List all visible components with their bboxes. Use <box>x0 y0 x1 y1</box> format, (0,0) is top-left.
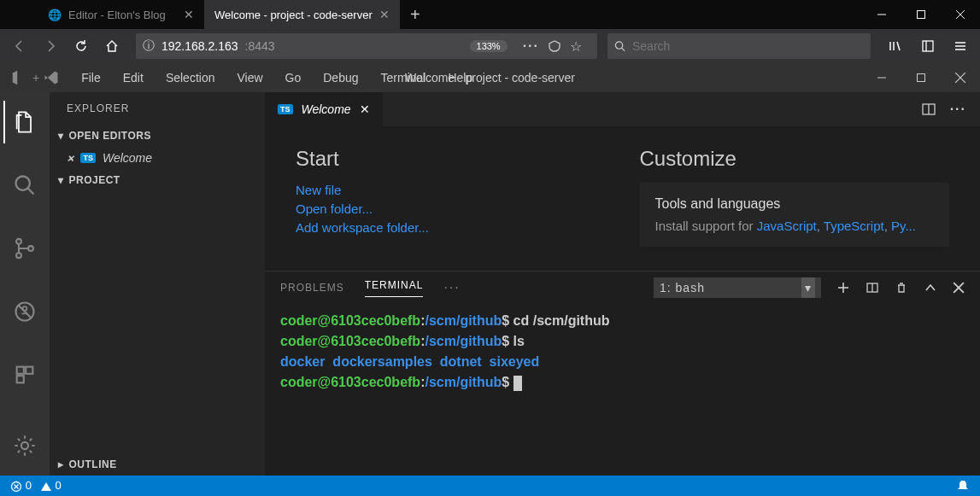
menu-selection[interactable]: Selection <box>155 63 226 92</box>
more-panels-icon[interactable]: ··· <box>443 280 460 295</box>
new-tab-button[interactable]: + <box>400 0 431 29</box>
browser-tab[interactable]: Welcome - project - code-server ✕ <box>204 0 400 29</box>
settings-activity-button[interactable] <box>3 424 46 467</box>
zoom-badge[interactable]: 133% <box>470 40 508 52</box>
svg-line-5 <box>622 48 625 50</box>
debug-activity-button[interactable] <box>3 290 46 333</box>
svg-point-25 <box>23 306 27 311</box>
terminal-tab[interactable]: TERMINAL <box>365 279 424 297</box>
app-maximize-button[interactable] <box>901 72 941 84</box>
library-button[interactable] <box>883 33 908 59</box>
browser-tab-strip: 🌐 Editor - Elton's Blog ✕ Welcome - proj… <box>0 0 980 29</box>
project-section[interactable]: ▾ PROJECT <box>50 169 265 191</box>
search-activity-button[interactable] <box>3 164 46 207</box>
url-host: 192.168.2.163 <box>161 39 238 53</box>
tab-title: Welcome - project - code-server <box>214 9 373 21</box>
menu-debug[interactable]: Debug <box>312 63 369 92</box>
ts-lang-icon: TS <box>80 153 96 163</box>
menu-view[interactable]: View <box>226 63 273 92</box>
window-minimize-button[interactable] <box>862 0 901 29</box>
problems-tab[interactable]: PROBLEMS <box>280 282 344 294</box>
site-info-icon[interactable]: ⓘ <box>143 38 155 54</box>
lang-link[interactable]: JavaScript <box>757 219 817 233</box>
errors-status[interactable]: 0 <box>10 479 32 493</box>
svg-point-4 <box>615 42 622 49</box>
scm-activity-button[interactable] <box>3 227 46 270</box>
card-text: Install support for JavaScript, TypeScri… <box>655 219 935 233</box>
app-titlebar: + File Edit Selection View Go Debug Term… <box>0 63 980 92</box>
window-maximize-button[interactable] <box>901 0 941 29</box>
svg-point-21 <box>16 253 21 258</box>
open-folder-link[interactable]: Open folder... <box>296 201 606 216</box>
search-input[interactable] <box>632 39 864 53</box>
search-bar[interactable] <box>607 33 871 59</box>
svg-point-22 <box>28 246 33 251</box>
sidebar-button[interactable] <box>915 33 941 59</box>
svg-rect-27 <box>17 367 24 374</box>
svg-line-19 <box>28 189 34 195</box>
new-terminal-icon[interactable] <box>836 281 850 295</box>
menu-file[interactable]: File <box>70 63 112 92</box>
term-user: coder@6103cec0befb <box>280 334 420 348</box>
forward-button[interactable] <box>38 33 63 59</box>
warnings-status[interactable]: 0 <box>40 479 62 493</box>
close-panel-icon[interactable] <box>953 282 965 294</box>
split-editor-icon[interactable] <box>921 102 936 117</box>
search-icon <box>614 40 625 52</box>
chevron-down-icon: ▾ <box>58 174 64 186</box>
term-glyph: $ <box>502 334 509 348</box>
close-icon[interactable]: ✕ <box>184 8 194 21</box>
add-workspace-link[interactable]: Add workspace folder... <box>296 220 606 235</box>
reload-button[interactable] <box>68 33 94 59</box>
svg-line-24 <box>19 306 31 318</box>
close-icon[interactable]: × <box>67 151 73 165</box>
cursor <box>513 376 522 391</box>
browser-tab[interactable]: 🌐 Editor - Elton's Blog ✕ <box>38 0 204 29</box>
reader-icon[interactable] <box>548 39 561 53</box>
editor-area: TS Welcome ✕ ··· Start New file Open fol… <box>265 92 980 476</box>
activity-bar <box>0 92 50 476</box>
outline-section[interactable]: ▸ OUTLINE <box>50 453 265 476</box>
bookmark-icon[interactable]: ☆ <box>570 38 582 55</box>
explorer-activity-button[interactable] <box>3 101 46 143</box>
menu-edit[interactable]: Edit <box>112 63 155 92</box>
open-editor-item[interactable]: × TS Welcome <box>50 147 265 169</box>
app-logo: + <box>0 68 70 87</box>
terminal-selector[interactable]: 1: bash ▾ <box>654 277 821 298</box>
ts-lang-icon: TS <box>278 104 293 114</box>
app-close-button[interactable] <box>941 72 980 84</box>
term-cmd: cd /scm/github <box>513 313 610 328</box>
page-actions-icon[interactable]: ··· <box>523 38 539 54</box>
url-bar[interactable]: ⓘ 192.168.2.163:8443 133% ··· ☆ <box>136 33 597 59</box>
term-path: /scm/github <box>425 313 502 328</box>
svg-rect-1 <box>918 11 925 19</box>
close-icon[interactable]: ✕ <box>360 102 370 116</box>
app-minimize-button[interactable] <box>862 72 901 84</box>
term-cmd: ls <box>513 334 525 348</box>
more-actions-icon[interactable]: ··· <box>950 102 966 117</box>
new-file-link[interactable]: New file <box>296 183 606 197</box>
lang-link[interactable]: TypeScript <box>824 219 884 233</box>
svg-rect-28 <box>26 367 32 374</box>
maximize-panel-icon[interactable] <box>924 281 937 295</box>
url-port: :8443 <box>245 39 275 53</box>
extensions-activity-button[interactable] <box>3 353 46 396</box>
notifications-icon[interactable] <box>956 479 970 493</box>
menu-go[interactable]: Go <box>274 63 313 92</box>
tools-card[interactable]: Tools and languages Install support for … <box>640 183 950 247</box>
hamburger-menu-button[interactable] <box>948 33 973 59</box>
editor-tab[interactable]: TS Welcome ✕ <box>265 92 383 126</box>
browser-toolbar: ⓘ 192.168.2.163:8443 133% ··· ☆ <box>0 29 980 63</box>
term-glyph: $ <box>502 313 509 328</box>
kill-terminal-icon[interactable] <box>895 281 908 295</box>
window-close-button[interactable] <box>941 0 980 29</box>
terminal-output[interactable]: coder@6103cec0befb:/scm/github$ cd /scm/… <box>265 304 980 476</box>
open-editors-section[interactable]: ▾ OPEN EDITORS <box>50 125 265 147</box>
close-icon[interactable]: ✕ <box>379 8 390 21</box>
home-button[interactable] <box>99 33 125 59</box>
svg-point-18 <box>16 177 30 190</box>
lang-link[interactable]: Py... <box>891 219 916 233</box>
back-button[interactable] <box>7 33 32 59</box>
app-title: Welcome - project - code-server <box>405 71 575 85</box>
split-terminal-icon[interactable] <box>866 281 879 295</box>
